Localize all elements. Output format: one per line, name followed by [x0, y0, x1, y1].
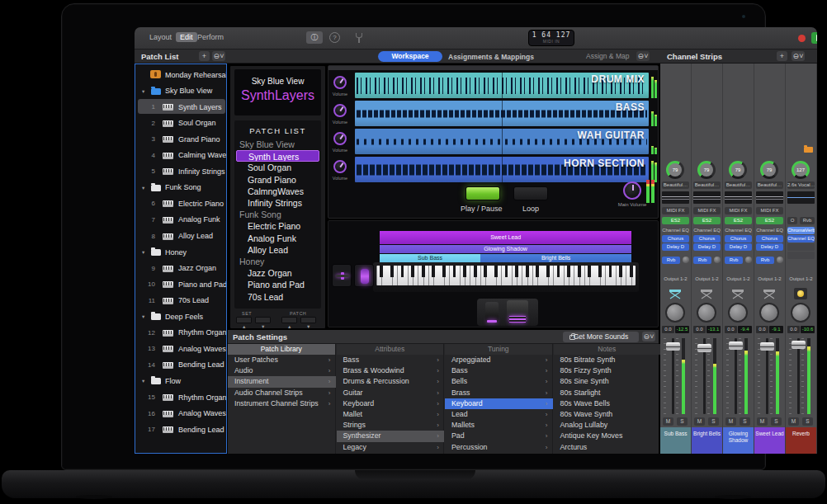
sidebar-patch-item[interactable]: 7Analog Funk: [135, 212, 227, 228]
track-volume-knob[interactable]: [333, 76, 347, 89]
setting-menu[interactable]: Beautiful…: [725, 181, 752, 189]
sidebar-patch-item[interactable]: 15Rhythm Organ: [135, 389, 227, 405]
solo-button[interactable]: S: [677, 417, 688, 426]
loop-button[interactable]: [513, 186, 548, 200]
solo-button[interactable]: S: [708, 417, 719, 426]
patch-down-button[interactable]: [281, 317, 297, 323]
browser-row[interactable]: Bass›: [337, 355, 445, 365]
browser-row[interactable]: Mallet›: [337, 409, 445, 420]
display-set-name[interactable]: Funk Song: [236, 209, 319, 220]
browser-row[interactable]: Audio Channel Strips›: [228, 388, 336, 398]
patch-list-action-menu[interactable]: ⊖˅: [212, 51, 225, 61]
sidebar-patch-item[interactable]: 5Infinity Strings: [135, 163, 227, 179]
browser-row[interactable]: Lead›: [445, 409, 553, 420]
plugin-slot[interactable]: Delay D: [756, 243, 783, 251]
get-more-sounds-button[interactable]: Get More Sounds: [563, 332, 639, 342]
mode-button-layout[interactable]: Layout: [149, 33, 172, 41]
display-patch-name[interactable]: Electric Piano: [236, 220, 319, 232]
browser-row[interactable]: Keyboard›: [337, 398, 445, 409]
solo-button[interactable]: S: [740, 417, 750, 426]
plugin-slot[interactable]: Chorus: [756, 235, 783, 243]
plugin-slot[interactable]: Chorus: [725, 235, 752, 243]
setting-knob[interactable]: 79: [666, 161, 684, 179]
display-patch-name[interactable]: Piano and Pad: [236, 279, 319, 290]
display-patch-name[interactable]: Analog Funk: [236, 233, 319, 244]
browser-row[interactable]: 80s Fizzy Synth: [554, 365, 662, 376]
sidebar-patch-item[interactable]: 9Jazz Organ: [135, 261, 227, 276]
browser-row[interactable]: Instrument Channel Strips›: [228, 398, 336, 409]
mode-button-edit[interactable]: Edit: [176, 32, 197, 42]
pan-knob[interactable]: [791, 303, 810, 323]
browser-row[interactable]: Drums & Percussion›: [337, 376, 445, 387]
setting-knob[interactable]: 79: [697, 161, 716, 179]
send-slot[interactable]: Rvb: [693, 257, 711, 264]
setting-menu[interactable]: 2.6s Vocal…: [787, 181, 815, 189]
browser-row[interactable]: Antique Key Moves: [554, 431, 662, 441]
patch-list-add-button[interactable]: +: [199, 51, 210, 61]
layer-band-sweet-lead[interactable]: Sweet Lead: [380, 231, 631, 244]
sidebar-set-folder[interactable]: ▾Sky Blue View: [135, 83, 227, 99]
sidebar-patch-item[interactable]: 16Analog Waves: [135, 406, 227, 422]
eq-button[interactable]: O: [787, 217, 797, 224]
mod-wheel[interactable]: [354, 264, 374, 287]
fader-cap[interactable]: [760, 342, 774, 351]
sidebar-patch-item[interactable]: 14Bending Lead: [135, 357, 227, 373]
eq-thumbnail[interactable]: [787, 191, 815, 204]
layer-band-glowing-shadow[interactable]: Glowing Shadow: [380, 245, 631, 253]
plugin-slot[interactable]: Channel EQ: [662, 227, 689, 234]
sidebar-patch-item[interactable]: 3Grand Piano: [135, 131, 227, 147]
set-up-button[interactable]: [255, 317, 271, 323]
output-slot[interactable]: Output 1-2: [662, 276, 689, 283]
display-patch-name[interactable]: Alloy Lead: [236, 244, 319, 256]
setting-knob[interactable]: 79: [729, 161, 747, 179]
display-patch-name[interactable]: CalmngWaves: [236, 186, 319, 197]
sustain-pedal[interactable]: [507, 300, 528, 323]
play-icon[interactable]: [811, 32, 817, 44]
sidebar-patch-item[interactable]: 1170s Lead: [135, 293, 227, 309]
layer-band-bright-bells[interactable]: Bright Bells: [480, 254, 631, 262]
sidebar-patch-item[interactable]: 4Calming Waves: [135, 148, 227, 163]
track-volume-knob[interactable]: [333, 160, 347, 173]
instrument-slot[interactable]: ES2: [725, 217, 752, 224]
channel-strips-action-menu[interactable]: ⊖˅: [792, 51, 805, 61]
tuner-icon[interactable]: [356, 33, 362, 43]
mute-button[interactable]: M: [757, 417, 768, 426]
track-volume-knob[interactable]: [333, 132, 347, 145]
assign-map-button[interactable]: Assign & Map: [586, 52, 629, 60]
sidebar-patch-item[interactable]: 12Rhythm Organ: [135, 325, 227, 341]
patch-up-button[interactable]: [300, 317, 316, 323]
display-patch-name[interactable]: 70s Lead: [236, 291, 319, 303]
eq-thumbnail[interactable]: [662, 191, 689, 204]
plugin-slot[interactable]: Delay D: [693, 243, 721, 251]
browser-column-header-tuning[interactable]: Tuning: [445, 344, 553, 355]
volume-value[interactable]: 0.0: [662, 326, 674, 333]
disclosure-triangle-icon[interactable]: ▾: [142, 249, 144, 256]
display-patch-name[interactable]: Jazz Organ: [236, 267, 319, 279]
browser-row[interactable]: 80s Bitrate Synth: [554, 355, 662, 365]
display-patch-name[interactable]: Infinity Strings: [236, 197, 319, 209]
send-level-knob[interactable]: [745, 257, 752, 263]
eq-thumbnail[interactable]: [693, 191, 721, 204]
plugin-slot[interactable]: Chorus: [693, 235, 721, 243]
send-level-knob[interactable]: [777, 257, 783, 263]
browser-row[interactable]: User Patches›: [228, 355, 336, 365]
browser-row[interactable]: Arpeggiated›: [445, 355, 553, 365]
send-slot[interactable]: Rvb: [662, 257, 680, 264]
browser-row[interactable]: Percussion›: [445, 442, 553, 453]
output-slot[interactable]: Output 1-2: [787, 276, 815, 283]
mute-button[interactable]: M: [788, 417, 799, 426]
browser-row[interactable]: Instrument›: [228, 376, 336, 387]
mode-button-perform[interactable]: Perform: [197, 33, 224, 41]
browser-row[interactable]: Synthesizer›: [337, 431, 445, 441]
plugin-slot[interactable]: Chorus: [662, 235, 689, 243]
eq-thumbnail[interactable]: [725, 191, 752, 204]
sidebar-patch-item[interactable]: 8Alloy Lead: [135, 228, 227, 244]
browser-row[interactable]: Guitar›: [337, 388, 445, 398]
disclosure-triangle-icon[interactable]: ▾: [142, 378, 144, 384]
display-patch-name[interactable]: Grand Piano: [236, 174, 319, 186]
plugin-slot[interactable]: Channel EQ: [693, 227, 721, 234]
browser-row[interactable]: Arcturus: [554, 442, 662, 453]
display-patch-name[interactable]: Soul Organ: [236, 162, 319, 173]
info-icon[interactable]: ⓘ: [306, 31, 323, 44]
pan-knob[interactable]: [759, 303, 779, 323]
